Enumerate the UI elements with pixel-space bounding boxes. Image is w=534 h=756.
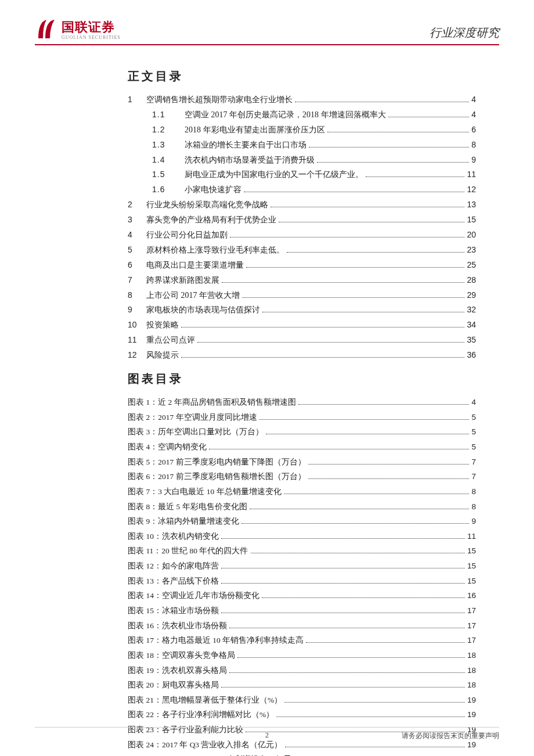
figure-item[interactable]: 图表 4：空调内销变化5: [128, 440, 476, 455]
toc-item-title: 风险提示: [146, 348, 179, 363]
toc-subitem[interactable]: 1.3冰箱业的增长主要来自于出口市场8: [128, 138, 476, 153]
figure-leader-dots: [221, 606, 465, 614]
figure-leader-dots: [306, 635, 465, 643]
page-number: 2: [265, 731, 269, 740]
toc-item-title: 电商及出口是主要渠道增量: [146, 258, 244, 273]
toc-item-number: 10: [128, 318, 146, 333]
figure-item-page: 15: [467, 543, 476, 559]
toc-item[interactable]: 3寡头竞争的产业格局有利于优势企业15: [128, 213, 476, 228]
figure-leader-dots: [221, 575, 465, 584]
figure-item-page: 5: [471, 424, 476, 440]
toc-item[interactable]: 9家电板块的市场表现与估值探讨32: [128, 303, 476, 318]
toc-leader-dots: [287, 244, 464, 253]
figure-item[interactable]: 图表 22：各子行业净利润增幅对比（%）19: [128, 707, 476, 722]
figure-item[interactable]: 图表 13：各产品线下价格15: [128, 574, 476, 589]
figure-item-title: 图表 14：空调业近几年市场份额变化: [128, 588, 259, 603]
toc-item-title: 投资策略: [146, 318, 179, 333]
figure-item-page: 17: [467, 633, 476, 648]
toc-item[interactable]: 2行业龙头纷纷采取高端化竞争战略13: [128, 197, 476, 213]
figure-leader-dots: [284, 694, 465, 703]
figure-item[interactable]: 图表 19：洗衣机双寡头格局18: [128, 663, 476, 678]
toc-subitem[interactable]: 1.1空调业 2017 年创历史最高记录，2018 年增速回落概率大4: [128, 107, 476, 123]
figure-item[interactable]: 图表 12：如今的家电阵营15: [128, 559, 476, 574]
toc-item-number: 3: [128, 213, 146, 228]
figure-item[interactable]: 图表 8：最近 5 年彩电售价变化图8: [128, 499, 476, 514]
figure-item-title: 图表 12：如今的家电阵营: [128, 559, 219, 574]
figure-item-title: 图表 10：洗衣机内销变化: [128, 529, 219, 544]
figure-item[interactable]: 图表 21：黑电增幅显著低于整体行业（%）19: [128, 693, 476, 708]
doc-type: 行业深度研究: [430, 25, 499, 41]
toc-item[interactable]: 12风险提示36: [128, 348, 476, 363]
figure-item[interactable]: 图表 9：冰箱内外销量增速变化9: [128, 514, 476, 529]
figure-item[interactable]: 图表 20：厨电双寡头格局18: [128, 678, 476, 693]
toc-leader-dots: [230, 229, 464, 237]
figure-item-title: 图表 15：冰箱业市场份额: [128, 603, 219, 618]
toc-subitem[interactable]: 1.6小家电快速扩容12: [128, 182, 476, 197]
toc-item[interactable]: 4行业公司分化日益加剧20: [128, 228, 476, 243]
toc-leader-dots: [246, 260, 464, 268]
toc-subitem[interactable]: 1.22018 年彩电业有望走出面屏涨价压力区6: [128, 123, 476, 138]
figure-item[interactable]: 图表 6：2017 前三季度彩电销售额增长图（万台）7: [128, 469, 476, 484]
toc-subitem-title: 洗衣机内销市场显著受益于消费升级: [185, 153, 315, 168]
toc-item-page: 32: [467, 303, 476, 318]
toc-item-page: 35: [467, 333, 476, 348]
toc-item[interactable]: 7跨界谋求新路图发展28: [128, 273, 476, 288]
figure-item[interactable]: 图表 7：3 大白电最近 10 年总销量增速变化8: [128, 484, 476, 499]
figure-leader-dots: [251, 546, 465, 554]
figure-leader-dots: [298, 397, 470, 405]
figure-item[interactable]: 图表 3：历年空调出口量对比（万台）5: [128, 424, 476, 440]
figure-item[interactable]: 图表 18：空调双寡头竞争格局18: [128, 648, 476, 663]
toc-item[interactable]: 11重点公司点评35: [128, 333, 476, 348]
toc-leader-dots: [244, 184, 464, 192]
toc-item-number: 6: [128, 258, 146, 273]
figure-item[interactable]: 图表 1：近 2 年商品房销售面积及销售额增速图4: [128, 395, 476, 410]
figure-item[interactable]: 图表 17：格力电器最近 10 年销售净利率持续走高17: [128, 633, 476, 648]
figure-item-title: 图表 5：2017 前三季度彩电内销量下降图（万台）: [128, 455, 306, 470]
figure-leader-dots: [308, 456, 470, 465]
toc-item[interactable]: 8上市公司 2017 年营收大增29: [128, 288, 476, 303]
toc-subitem-number: 1.3: [152, 138, 185, 153]
footer-disclaimer: 请务必阅读报告末页的重要声明: [402, 731, 499, 741]
toc-subitem-page: 9: [471, 153, 476, 168]
figure-item[interactable]: 图表 10：洗衣机内销变化11: [128, 529, 476, 544]
figure-item[interactable]: 图表 14：空调业近几年市场份额变化16: [128, 588, 476, 603]
toc-leader-dots: [366, 169, 464, 177]
toc-item-title: 空调销售增长超预期带动家电全行业增长: [146, 92, 293, 107]
toc-item-page: 4: [471, 92, 476, 107]
toc-item-title: 家电板块的市场表现与估值探讨: [146, 303, 260, 318]
figure-item-title: 图表 9：冰箱内外销量增速变化: [128, 514, 239, 529]
figure-leader-dots: [229, 665, 465, 673]
figure-item[interactable]: 图表 5：2017 前三季度彩电内销量下降图（万台）7: [128, 455, 476, 470]
toc-subitem-page: 12: [467, 182, 476, 197]
figure-item[interactable]: 图表 11：20 世纪 80 年代的四大件15: [128, 543, 476, 559]
brand-name-cn: 国联证券: [62, 19, 121, 36]
figure-item-title: 图表 19：洗衣机双寡头格局: [128, 663, 227, 678]
toc-item-page: 20: [467, 228, 476, 243]
figure-item[interactable]: 图表 15：冰箱业市场份额17: [128, 603, 476, 618]
toc-leader-dots: [270, 199, 464, 207]
figure-item[interactable]: 净利润排名（亿元）19: [128, 752, 476, 756]
toc-subitem[interactable]: 1.4洗衣机内销市场显著受益于消费升级9: [128, 153, 476, 168]
toc-subitem-title: 冰箱业的增长主要来自于出口市场: [185, 138, 306, 153]
toc-subitem-page: 8: [471, 138, 476, 153]
figure-leader-dots: [237, 650, 465, 658]
toc-item[interactable]: 6电商及出口是主要渠道增量25: [128, 258, 476, 273]
figure-item-page: 5: [471, 410, 476, 425]
figure-list-heading: 图表目录: [128, 371, 476, 387]
figure-item[interactable]: 图表 2：2017 年空调业月度同比增速5: [128, 410, 476, 425]
toc-subitem-page: 11: [467, 167, 476, 182]
toc-item-title: 重点公司点评: [146, 333, 195, 348]
toc-item[interactable]: 10投资策略34: [128, 318, 476, 333]
toc-subitem[interactable]: 1.5厨电业正成为中国家电行业的又一个千亿级产业。11: [128, 167, 476, 182]
toc-list: 1空调销售增长超预期带动家电全行业增长41.1空调业 2017 年创历史最高记录…: [128, 92, 476, 363]
toc-item[interactable]: 1空调销售增长超预期带动家电全行业增长4: [128, 92, 476, 107]
toc-item-page: 29: [467, 288, 476, 303]
toc-item-page: 15: [467, 213, 476, 228]
toc-item[interactable]: 5原材料价格上涨导致行业毛利率走低。23: [128, 243, 476, 258]
figure-item-title: 图表 1：近 2 年商品房销售面积及销售额增速图: [128, 395, 296, 410]
content-area: 正文目录 1空调销售增长超预期带动家电全行业增长41.1空调业 2017 年创历…: [128, 69, 476, 756]
toc-subitem-number: 1.2: [152, 123, 185, 138]
figure-item-page: 8: [471, 484, 476, 499]
figure-leader-dots: [276, 710, 465, 718]
figure-item[interactable]: 图表 16：洗衣机业市场份额17: [128, 618, 476, 633]
